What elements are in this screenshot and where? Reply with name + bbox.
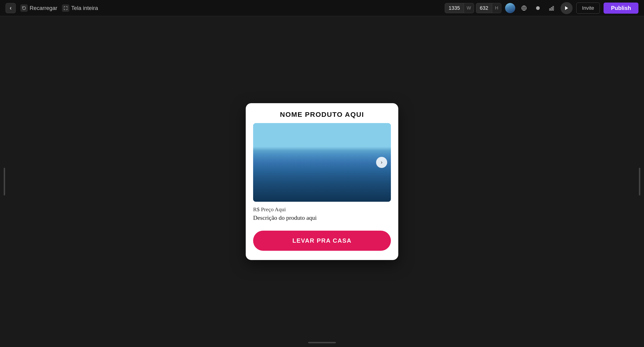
width-value: 1335: [445, 5, 464, 11]
canvas-area: NOME PRODUTO AQUI › R$ Preço Aqui Descri…: [0, 16, 644, 347]
price-text: R$ Preço Aqui: [253, 206, 391, 213]
fullscreen-icon-box: [62, 5, 69, 12]
reload-icon-box: [20, 5, 28, 12]
svg-rect-2: [550, 9, 550, 11]
chevron-right-icon: ›: [381, 159, 382, 165]
topbar-right: Invite Publish: [505, 2, 638, 14]
invite-button[interactable]: Invite: [576, 3, 600, 14]
product-title: NOME PRODUTO AQUI: [253, 111, 391, 118]
fullscreen-label: Tela inteira: [71, 5, 98, 11]
topbar: ‹ Recarregar Tela inteira 1335 W: [0, 0, 644, 16]
svg-rect-4: [553, 6, 554, 11]
product-image-container: ›: [253, 123, 391, 202]
image-next-button[interactable]: ›: [376, 157, 387, 168]
product-image: [253, 123, 391, 202]
svg-marker-5: [565, 6, 568, 10]
globe-button[interactable]: [519, 3, 529, 13]
back-button[interactable]: ‹: [6, 3, 16, 13]
svg-point-1: [536, 6, 540, 10]
play-button[interactable]: [560, 2, 572, 14]
reload-nav-item[interactable]: Recarregar: [20, 5, 57, 12]
height-box[interactable]: 632 H: [476, 3, 502, 13]
fullscreen-nav-item[interactable]: Tela inteira: [62, 5, 98, 12]
topbar-center: 1335 W 632 H: [445, 3, 502, 13]
height-value: 632: [476, 5, 492, 11]
scrollbar-left[interactable]: [4, 168, 5, 195]
publish-button[interactable]: Publish: [604, 3, 638, 14]
topbar-left: ‹ Recarregar Tela inteira: [6, 3, 441, 13]
product-card: NOME PRODUTO AQUI › R$ Preço Aqui Descri…: [246, 103, 398, 260]
record-button[interactable]: [533, 3, 543, 13]
avatar[interactable]: [505, 3, 515, 13]
reload-label: Recarregar: [30, 5, 57, 11]
width-label: W: [464, 3, 474, 13]
analytics-button[interactable]: [547, 3, 557, 13]
svg-rect-3: [551, 8, 552, 11]
width-box[interactable]: 1335 W: [445, 3, 474, 13]
avatar-image: [505, 3, 515, 13]
scrollbar-right[interactable]: [639, 168, 640, 195]
height-label: H: [492, 3, 501, 13]
scrollbar-bottom[interactable]: [308, 342, 336, 343]
cta-button[interactable]: LEVAR PRA CASA: [253, 231, 391, 251]
description-text: Descrição do produto aqui: [253, 214, 391, 221]
back-icon: ‹: [10, 5, 12, 12]
